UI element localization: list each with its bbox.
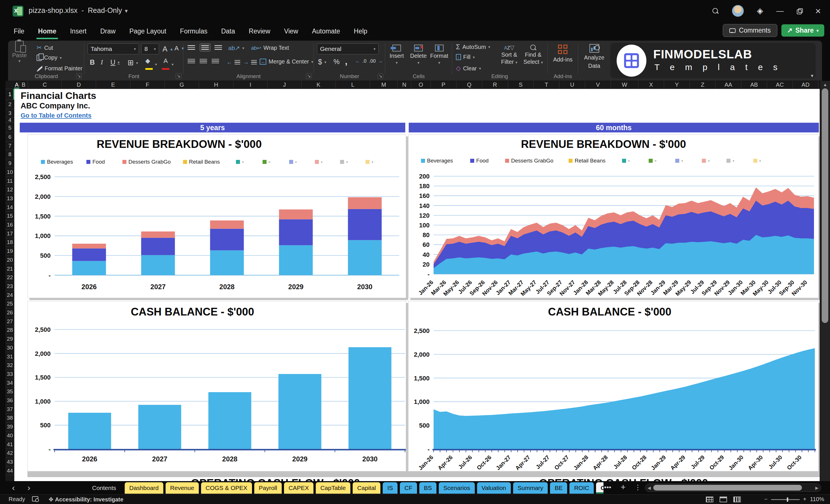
cash-balance-5y-chart[interactable]: CASH BALANCE - $'000-5001,0001,5002,0002… bbox=[28, 301, 406, 471]
italic-button[interactable]: I bbox=[101, 58, 103, 66]
column-header-N[interactable]: N bbox=[397, 81, 411, 89]
row-header-2[interactable]: 2 bbox=[5, 100, 14, 109]
row-header-12[interactable]: 12 bbox=[5, 185, 14, 194]
restore-button[interactable] bbox=[797, 8, 802, 13]
row-header-34[interactable]: 34 bbox=[5, 379, 14, 387]
align-center-button[interactable] bbox=[200, 59, 207, 63]
row-header-35[interactable]: 35 bbox=[5, 387, 14, 396]
menu-tab-page-layout[interactable]: Page Layout bbox=[129, 26, 167, 37]
page-break-view-button[interactable] bbox=[733, 497, 741, 502]
decrease-decimal-button[interactable]: .00→ bbox=[369, 58, 383, 64]
vertical-scrollbar[interactable]: ▲ bbox=[820, 81, 830, 481]
find-select-button[interactable]: Find &Select ▾ bbox=[523, 44, 543, 65]
align-middle-button[interactable] bbox=[200, 43, 211, 52]
normal-view-button[interactable] bbox=[706, 497, 713, 502]
font-name-select[interactable]: Tahoma▾ bbox=[88, 43, 139, 54]
sheet-tab-capex[interactable]: CAPEX bbox=[284, 482, 314, 494]
sheet-tab-contents[interactable]: Contents bbox=[86, 482, 122, 494]
comments-button[interactable]: Comments bbox=[723, 24, 777, 37]
accounting-format-button[interactable]: $▾ bbox=[318, 58, 326, 66]
column-header-E[interactable]: E bbox=[96, 81, 130, 89]
menu-tab-draw[interactable]: Draw bbox=[100, 26, 117, 37]
row-header-25[interactable]: 25 bbox=[5, 300, 14, 308]
next-sheet-icon[interactable]: › bbox=[28, 483, 30, 493]
number-dialog-launcher[interactable]: ↘ bbox=[378, 73, 383, 79]
bold-button[interactable]: B bbox=[90, 58, 95, 66]
copy-button[interactable]: Copy▾ bbox=[37, 54, 62, 61]
row-header-4[interactable]: 4 bbox=[5, 117, 14, 123]
row-header-29[interactable]: 29 bbox=[5, 335, 14, 344]
addins-button[interactable]: Add-ins bbox=[553, 44, 573, 63]
row-header-32[interactable]: 32 bbox=[5, 361, 14, 370]
row-header-38[interactable]: 38 bbox=[5, 414, 14, 422]
macro-record-icon[interactable] bbox=[32, 496, 38, 503]
sheet-tab-charts[interactable]: Charts bbox=[596, 482, 604, 494]
row-header-42[interactable]: 42 bbox=[5, 449, 14, 458]
borders-button[interactable]: ⊞▾ bbox=[128, 58, 138, 67]
column-header-X[interactable]: X bbox=[638, 81, 664, 89]
analyze-data-button[interactable]: AnalyzeData bbox=[584, 44, 604, 69]
prev-sheet-icon[interactable]: ‹ bbox=[12, 483, 15, 493]
format-painter-button[interactable]: Format Painter bbox=[37, 65, 83, 72]
column-header-B[interactable]: B bbox=[20, 81, 28, 89]
column-header-Z[interactable]: Z bbox=[690, 81, 715, 89]
column-header-G[interactable]: G bbox=[165, 81, 199, 89]
row-header-1[interactable]: 1 bbox=[5, 89, 14, 100]
collapse-ribbon-icon[interactable]: ▾ bbox=[811, 73, 813, 79]
paste-button[interactable]: Paste▾ bbox=[10, 41, 29, 69]
horizontal-scrollbar[interactable]: ◀ ▶ bbox=[645, 483, 821, 492]
row-header-17[interactable]: 17 bbox=[5, 229, 14, 238]
revenue-breakdown-60m-chart[interactable]: REVENUE BREAKDOWN - $'000BeveragesFoodDe… bbox=[408, 134, 819, 298]
autosum-button[interactable]: ΣAutoSum▾ bbox=[456, 43, 490, 51]
sheet-tab-summary[interactable]: Summary bbox=[513, 482, 548, 494]
clipboard-dialog-launcher[interactable]: ↘ bbox=[76, 73, 82, 79]
column-header-V[interactable]: V bbox=[585, 81, 611, 89]
column-header-AB[interactable]: AB bbox=[741, 81, 767, 89]
column-header-M[interactable]: M bbox=[370, 81, 397, 89]
more-sheets-button[interactable]: ••• bbox=[604, 483, 611, 492]
row-header-5[interactable]: 5 bbox=[5, 123, 14, 133]
row-header-24[interactable]: 24 bbox=[5, 291, 14, 300]
column-header-L[interactable]: L bbox=[336, 81, 370, 89]
sheet-tab-be[interactable]: BE bbox=[550, 482, 567, 494]
row-header-21[interactable]: 21 bbox=[5, 264, 14, 274]
avatar[interactable] bbox=[732, 5, 744, 17]
row-header-28[interactable]: 28 bbox=[5, 326, 14, 335]
align-bottom-button[interactable] bbox=[215, 45, 222, 50]
menu-tab-formulas[interactable]: Formulas bbox=[179, 26, 208, 37]
column-header-Y[interactable]: Y bbox=[664, 81, 690, 89]
insert-cells-button[interactable]: Insert▾ bbox=[389, 44, 404, 65]
orientation-button[interactable]: ab↗▾ bbox=[228, 44, 244, 52]
column-header-Q[interactable]: Q bbox=[456, 81, 482, 89]
align-top-button[interactable] bbox=[188, 45, 195, 50]
row-header-13[interactable]: 13 bbox=[5, 194, 14, 203]
increase-indent-button[interactable]: → bbox=[243, 59, 257, 65]
column-header-K[interactable]: K bbox=[301, 81, 336, 89]
menu-tab-help[interactable]: Help bbox=[353, 26, 368, 37]
column-header-P[interactable]: P bbox=[431, 81, 456, 89]
sheet-tab-cf[interactable]: CF bbox=[400, 482, 417, 494]
underline-button[interactable]: U▾ bbox=[110, 58, 120, 66]
sheet-tab-is[interactable]: IS bbox=[383, 482, 397, 494]
zoom-slider-thumb[interactable] bbox=[787, 497, 788, 502]
cut-button[interactable]: ✂Cut bbox=[37, 44, 53, 52]
page-layout-view-button[interactable] bbox=[720, 497, 727, 502]
row-header-27[interactable]: 27 bbox=[5, 317, 14, 326]
premium-diamond-icon[interactable]: ◈ bbox=[757, 7, 763, 15]
grow-font-button[interactable]: A▲ bbox=[162, 44, 173, 54]
row-header-6[interactable]: 6 bbox=[5, 133, 14, 141]
column-header-D[interactable]: D bbox=[62, 81, 96, 89]
row-header-14[interactable]: 14 bbox=[5, 203, 14, 212]
column-header-F[interactable]: F bbox=[130, 81, 165, 89]
menu-tab-file[interactable]: File bbox=[13, 26, 25, 37]
column-header-C[interactable]: C bbox=[28, 81, 62, 89]
font-size-select[interactable]: 8▾ bbox=[141, 43, 159, 54]
column-header-AA[interactable]: AA bbox=[715, 81, 741, 89]
menu-tab-view[interactable]: View bbox=[283, 26, 298, 37]
revenue-breakdown-5y-chart[interactable]: REVENUE BREAKDOWN - $'000BeveragesFoodDe… bbox=[28, 134, 406, 298]
font-dialog-launcher[interactable]: ↘ bbox=[175, 73, 181, 79]
menu-tab-insert[interactable]: Insert bbox=[69, 26, 87, 37]
menu-tab-home[interactable]: Home bbox=[37, 26, 57, 37]
row-header-9[interactable]: 9 bbox=[5, 159, 14, 168]
column-header-H[interactable]: H bbox=[199, 81, 233, 89]
